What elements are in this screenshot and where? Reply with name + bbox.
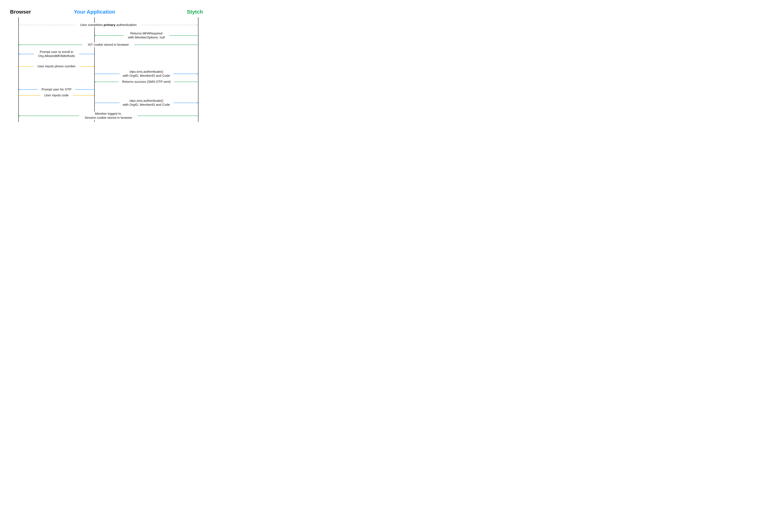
message-m1: Returns MFARequiredwith MemberOptions: n… <box>94 31 198 40</box>
diagram-svg: BrowserYour ApplicationStytchUser comple… <box>0 0 216 133</box>
message-text: otps.sms.authenticate() <box>130 70 163 73</box>
message-text: with MemberOptions: null <box>128 36 165 39</box>
message-text: User completes primary authentication <box>80 23 136 27</box>
message-text: Session cookie stored in browser <box>85 116 132 119</box>
message-m9: otps.sms.authenticate()with OrgID, Membe… <box>94 98 198 107</box>
message-text: Member logged in, <box>95 112 122 115</box>
message-text: otps.sms.authenticate() <box>130 99 163 102</box>
message-text: User inputs phone number <box>37 64 76 68</box>
lane-title-browser: Browser <box>10 9 31 15</box>
message-text: Returns MFARequired <box>130 31 162 35</box>
message-m8: User inputs code <box>19 93 94 98</box>
message-m10: Member logged in,Session cookie stored i… <box>19 111 198 120</box>
message-text: IST cookie stored in browser <box>88 43 129 46</box>
message-m7: Prompt user for OTP <box>19 87 94 92</box>
lane-title-stytch: Stytch <box>187 9 203 15</box>
message-text: with OrgID, MemberID and Code <box>123 74 170 77</box>
message-text: Prompt user for OTP <box>42 88 71 91</box>
sequence-diagram: BrowserYour ApplicationStytchUser comple… <box>0 0 772 133</box>
message-text: Org.AllowedMFAMethods <box>38 54 75 58</box>
message-m0: User completes primary authentication <box>19 23 198 27</box>
message-text: User inputs code <box>44 93 69 97</box>
message-m4: User inputs phone number <box>19 64 94 69</box>
lane-title-app: Your Application <box>74 9 115 15</box>
message-text: Returns success (SMS OTP sent) <box>122 80 171 83</box>
message-text: with OrgID, MemberID and Code <box>123 103 170 106</box>
message-m5: otps.sms.authenticate()with OrgID, Membe… <box>94 69 198 78</box>
message-m3: Prompt user to enroll inOrg.AllowedMFAMe… <box>19 50 94 58</box>
message-text: Prompt user to enroll in <box>40 50 73 54</box>
message-m2: IST cookie stored in browser <box>19 42 198 47</box>
message-m6: Returns success (SMS OTP sent) <box>94 80 198 84</box>
